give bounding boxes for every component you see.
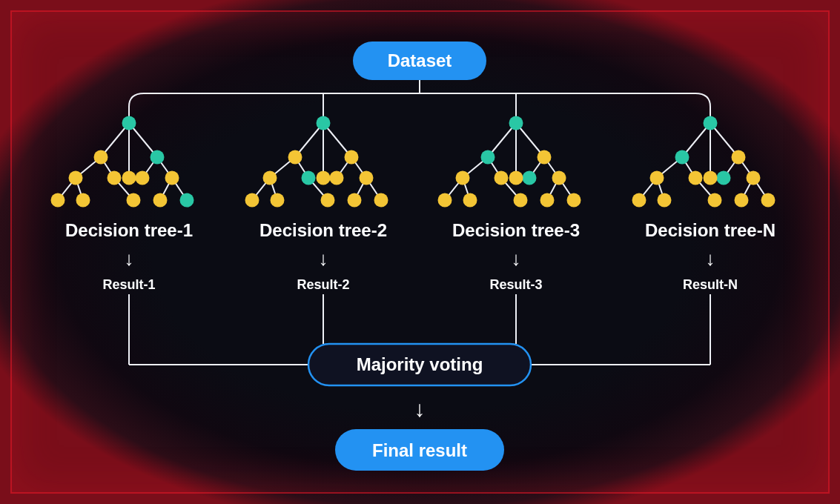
decision-tree-2: Decision tree-2↓Result-2 <box>245 116 388 293</box>
decision-tree-1: Decision tree-1↓Result-1 <box>51 116 194 293</box>
yellow-node-icon <box>263 171 277 185</box>
yellow-node-icon <box>632 193 646 208</box>
yellow-node-icon <box>495 171 509 185</box>
yellow-node-icon <box>650 171 664 185</box>
yellow-node-icon <box>345 150 359 165</box>
yellow-node-icon <box>438 193 452 208</box>
yellow-node-icon <box>136 171 150 185</box>
green-node-icon <box>523 171 537 185</box>
yellow-node-icon <box>153 193 168 208</box>
yellow-node-icon <box>51 193 65 208</box>
final-result-node: Final result <box>335 429 504 471</box>
yellow-node-icon <box>514 193 528 208</box>
decision-tree-3: Decision tree-3↓Result-3 <box>438 116 581 293</box>
yellow-node-icon <box>108 171 122 185</box>
dataset-label: Dataset <box>388 50 452 70</box>
tree-label: Decision tree-2 <box>259 220 387 240</box>
yellow-node-icon <box>761 193 775 208</box>
yellow-node-icon <box>552 171 566 185</box>
yellow-node-icon <box>271 193 285 208</box>
final-label: Final result <box>372 440 467 460</box>
arrow-icon: ↓ <box>125 248 134 270</box>
yellow-node-icon <box>456 171 470 185</box>
green-node-icon <box>180 193 194 208</box>
yellow-node-icon <box>463 193 477 208</box>
majority-label: Majority voting <box>357 354 483 374</box>
yellow-node-icon <box>704 171 718 185</box>
yellow-node-icon <box>317 171 331 185</box>
result-label: Result-3 <box>489 277 542 292</box>
tree-label: Decision tree-1 <box>65 220 193 240</box>
fanout-lines <box>129 80 710 118</box>
yellow-node-icon <box>348 193 362 208</box>
yellow-node-icon <box>567 193 581 208</box>
yellow-node-icon <box>94 150 108 165</box>
green-node-icon <box>717 171 731 185</box>
yellow-node-icon <box>245 193 259 208</box>
yellow-node-icon <box>735 193 749 208</box>
arrow-icon: ↓ <box>319 248 328 270</box>
decision-tree-4: Decision tree-N↓Result-N <box>632 116 776 293</box>
green-node-icon <box>675 150 689 165</box>
green-node-icon <box>509 116 523 130</box>
yellow-node-icon <box>374 193 388 208</box>
result-label: Result-N <box>683 277 738 292</box>
yellow-node-icon <box>76 193 90 208</box>
yellow-node-icon <box>127 193 141 208</box>
arrow-icon: ↓ <box>512 248 521 270</box>
tree-label: Decision tree-3 <box>452 220 580 240</box>
yellow-node-icon <box>321 193 335 208</box>
yellow-node-icon <box>538 150 552 165</box>
yellow-node-icon <box>689 171 703 185</box>
green-node-icon <box>302 171 316 185</box>
yellow-node-icon <box>360 171 374 185</box>
majority-voting-node: Majority voting <box>308 344 531 385</box>
yellow-node-icon <box>69 171 83 185</box>
yellow-node-icon <box>165 171 179 185</box>
tree-label: Decision tree-N <box>645 220 775 240</box>
yellow-node-icon <box>509 171 523 185</box>
yellow-node-icon <box>658 193 672 208</box>
arrow-icon: ↓ <box>706 248 715 270</box>
dataset-node: Dataset <box>353 42 486 80</box>
result-label: Result-2 <box>297 277 349 292</box>
yellow-node-icon <box>540 193 555 208</box>
yellow-node-icon <box>708 193 722 208</box>
green-node-icon <box>151 150 165 165</box>
yellow-node-icon <box>288 150 302 165</box>
result-label: Result-1 <box>102 277 155 292</box>
random-forest-diagram: Dataset Decision tree-1↓Result-1Decision… <box>10 10 830 494</box>
green-node-icon <box>317 116 331 130</box>
arrow-icon: ↓ <box>414 397 426 421</box>
green-node-icon <box>704 116 718 130</box>
green-node-icon <box>122 116 136 130</box>
yellow-node-icon <box>732 150 746 165</box>
yellow-node-icon <box>122 171 136 185</box>
green-node-icon <box>481 150 495 165</box>
yellow-node-icon <box>747 171 761 185</box>
yellow-node-icon <box>330 171 344 185</box>
